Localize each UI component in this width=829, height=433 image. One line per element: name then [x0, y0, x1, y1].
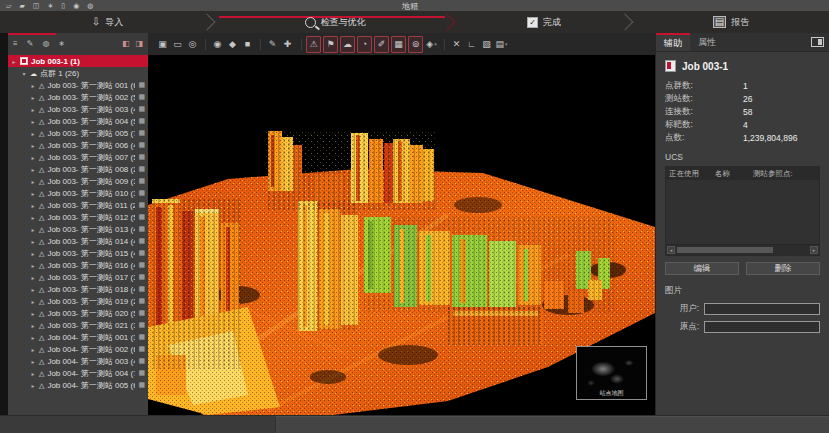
- expand-arrow-icon[interactable]: ▸: [30, 178, 36, 185]
- thumbnail-icon[interactable]: ▦: [138, 309, 145, 317]
- thumbnail-icon[interactable]: ▦: [138, 261, 145, 269]
- tree-station-row[interactable]: ▸ △ Job 003- 第一测站 003 (4) ▦: [8, 103, 148, 115]
- settings-gear-icon[interactable]: ∗: [47, 2, 53, 9]
- tree-station-row[interactable]: ▸ △ Job 003- 第一测站 016 (4) ▦: [8, 259, 148, 271]
- scroll-thumb[interactable]: [677, 247, 773, 253]
- thumbnail-icon[interactable]: ▦: [138, 285, 145, 293]
- rect-select-icon[interactable]: ▭: [171, 37, 184, 52]
- expand-arrow-icon[interactable]: ▸: [30, 190, 36, 197]
- gear-flower-icon[interactable]: ∗: [58, 40, 65, 48]
- step-complete[interactable]: ✓ 完成: [455, 11, 633, 33]
- expand-arrow-icon[interactable]: ▸: [30, 226, 36, 233]
- expand-arrow-icon[interactable]: ▸: [30, 142, 36, 149]
- expand-arrow-icon[interactable]: ▸: [30, 118, 36, 125]
- angle-measure-icon[interactable]: ∟: [465, 37, 478, 52]
- thumbnail-icon[interactable]: ▦: [138, 117, 145, 125]
- tree-station-row[interactable]: ▸ △ Job 003- 第一测站 012 (5) ▦: [8, 211, 148, 223]
- thumbnail-icon[interactable]: ▦: [138, 249, 145, 257]
- tree-station-row[interactable]: ▸ △ Job 003- 第一测站 010 (3) ▦: [8, 187, 148, 199]
- tree-station-row[interactable]: ▸ △ Job 003- 第一测站 007 (5) ▦: [8, 151, 148, 163]
- user-field-input[interactable]: [704, 303, 820, 315]
- thumbnail-icon[interactable]: ▦: [138, 345, 145, 353]
- info-icon[interactable]: ◍: [87, 2, 93, 9]
- thumbnail-icon[interactable]: ▦: [138, 273, 145, 281]
- tree-station-row[interactable]: ▸ △ Job 003- 第一测站 006 (4) ▦: [8, 139, 148, 151]
- expand-arrow-icon[interactable]: ▸: [11, 58, 17, 65]
- collapse-arrow-icon[interactable]: ▾: [21, 70, 27, 77]
- thumbnail-icon[interactable]: ▦: [138, 177, 145, 185]
- tree-station-row[interactable]: ▸ △ Job 004- 第一测站 005 (6) ▦: [8, 379, 148, 391]
- tree-station-row[interactable]: ▸ △ Job 003- 第一测站 013 (4) ▦: [8, 223, 148, 235]
- thumbnail-icon[interactable]: ▦: [138, 369, 145, 377]
- site-minimap[interactable]: 站点地图: [576, 346, 647, 400]
- globe-icon[interactable]: ◍: [42, 40, 49, 48]
- scroll-right-icon[interactable]: ▸: [810, 246, 818, 254]
- step-report[interactable]: ▤ 报告: [633, 11, 829, 33]
- thumbnail-icon[interactable]: ▦: [138, 129, 145, 137]
- tree-station-row[interactable]: ▸ △ Job 003- 第一测站 014 (4) ▦: [8, 235, 148, 247]
- scroll-left-icon[interactable]: ◂: [667, 246, 675, 254]
- view-filter-a-icon[interactable]: ◧: [122, 40, 130, 48]
- ucs-horizontal-scrollbar[interactable]: ◂ ▸: [666, 244, 819, 255]
- thumbnail-icon[interactable]: ▦: [138, 213, 145, 221]
- thumbnail-icon[interactable]: ▦: [138, 141, 145, 149]
- origin-field-input[interactable]: [704, 321, 820, 333]
- tree-station-row[interactable]: ▸ △ Job 003- 第一测站 009 (3) ▦: [8, 175, 148, 187]
- thumbnail-icon[interactable]: ▦: [138, 237, 145, 245]
- tree-pointcloud-group[interactable]: ▾ ☁ 点群 1 (26): [8, 67, 148, 79]
- tree-station-row[interactable]: ▸ △ Job 004- 第一测站 003 (4) ▦: [8, 355, 148, 367]
- expand-arrow-icon[interactable]: ▸: [30, 250, 36, 257]
- tag-overlay-icon[interactable]: ⚑: [323, 36, 338, 53]
- scan-position-icon[interactable]: ◈: [425, 37, 438, 52]
- tree-station-row[interactable]: ▸ △ Job 003- 第一测站 001 (6) ▦: [8, 79, 148, 91]
- thumbnail-icon[interactable]: ▦: [138, 297, 145, 305]
- snapshot-icon[interactable]: ▧: [480, 37, 493, 52]
- expand-arrow-icon[interactable]: ▸: [30, 166, 36, 173]
- expand-arrow-icon[interactable]: ▸: [30, 238, 36, 245]
- step-import[interactable]: ⇩ 导入: [0, 11, 215, 33]
- tree-station-row[interactable]: ▸ △ Job 003- 第一测站 002 (5) ▦: [8, 91, 148, 103]
- scatter-icon[interactable]: ✕: [450, 37, 463, 52]
- clipboard-icon[interactable]: ✎: [27, 40, 34, 48]
- expand-arrow-icon[interactable]: ▸: [30, 202, 36, 209]
- tree-station-row[interactable]: ▸ △ Job 003- 第一测站 018 (4) ▦: [8, 283, 148, 295]
- duplicate-view-icon[interactable]: ▣: [156, 37, 169, 52]
- zoom-select-icon[interactable]: ◎: [186, 37, 199, 52]
- thumbnail-icon[interactable]: ▦: [138, 357, 145, 365]
- thumbnail-icon[interactable]: ▦: [138, 153, 145, 161]
- tree-station-row[interactable]: ▸ △ Job 003- 第一测站 021 (3) ▦: [8, 319, 148, 331]
- thumbnail-icon[interactable]: ▦: [138, 381, 145, 389]
- tree-root-job[interactable]: ▸ Job 003-1 (1): [8, 55, 148, 67]
- tree-station-row[interactable]: ▸ △ Job 003- 第一测站 011 (2) ▦: [8, 199, 148, 211]
- expand-arrow-icon[interactable]: ▸: [30, 214, 36, 221]
- structure-tree-icon[interactable]: ≡: [13, 40, 18, 48]
- thumbnail-icon[interactable]: ▦: [138, 321, 145, 329]
- expand-arrow-icon[interactable]: ▸: [30, 334, 36, 341]
- thumbnail-icon[interactable]: ▦: [138, 93, 145, 101]
- objects-icon[interactable]: ◆: [226, 37, 239, 52]
- help-icon[interactable]: ◉: [73, 2, 79, 9]
- pie-overlay-icon[interactable]: ◔: [357, 36, 372, 53]
- expand-arrow-icon[interactable]: ▸: [30, 310, 36, 317]
- ucs-table-body[interactable]: [666, 180, 819, 244]
- thumbnail-icon[interactable]: ▦: [138, 105, 145, 113]
- thumbnail-icon[interactable]: ▦: [138, 81, 145, 89]
- expand-arrow-icon[interactable]: ▸: [30, 322, 36, 329]
- panel-layout-icon[interactable]: [811, 37, 824, 47]
- expand-arrow-icon[interactable]: ▸: [30, 274, 36, 281]
- camera-icon[interactable]: ◉: [211, 37, 224, 52]
- expand-arrow-icon[interactable]: ▸: [30, 82, 36, 89]
- warning-overlay-icon[interactable]: ⚠: [306, 36, 321, 53]
- tree-station-row[interactable]: ▸ △ Job 003- 第一测站 015 (4) ▦: [8, 247, 148, 259]
- expand-arrow-icon[interactable]: ▸: [30, 286, 36, 293]
- 3d-viewport[interactable]: 站点地图: [148, 55, 655, 415]
- thumbnail-icon[interactable]: ▦: [138, 165, 145, 173]
- cube-icon[interactable]: ■: [241, 37, 254, 52]
- tree-station-row[interactable]: ▸ △ Job 003- 第一测站 008 (2) ▦: [8, 163, 148, 175]
- edit-button[interactable]: 编辑: [665, 262, 739, 275]
- step-inspect-optimize[interactable]: 检查与优化: [215, 11, 455, 33]
- view-filter-b-icon[interactable]: ◨: [135, 40, 143, 48]
- expand-arrow-icon[interactable]: ▸: [30, 94, 36, 101]
- pick-point-icon[interactable]: ✚: [281, 37, 294, 52]
- save-project-icon[interactable]: ▰: [19, 2, 24, 9]
